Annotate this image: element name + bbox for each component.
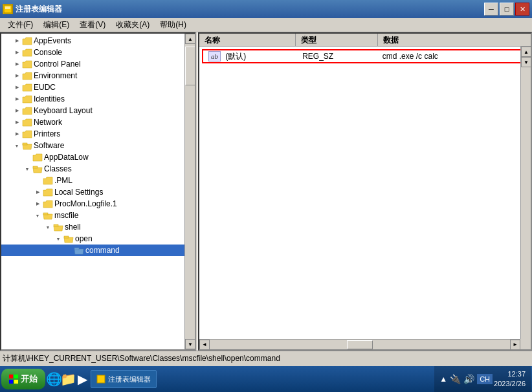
menu-favorites[interactable]: 收藏夹(A) <box>111 18 155 32</box>
language-indicator[interactable]: CH <box>477 374 493 384</box>
tray-icons: ▲ 🔌 🔊 CH <box>439 374 493 384</box>
detail-scrollbar-vertical[interactable]: ▲ ▼ <box>520 47 531 339</box>
tree-label-shell: shell <box>65 223 81 232</box>
tree-item-shell[interactable]: shell <box>1 221 184 233</box>
tray-audio-icon[interactable]: 🔊 <box>463 374 474 384</box>
tray-network-icon[interactable]: 🔌 <box>450 374 461 384</box>
tree-item-classes[interactable]: Classes <box>1 163 184 175</box>
folder-icon-environment <box>22 71 32 80</box>
windows-logo-icon <box>9 375 18 384</box>
start-button[interactable]: 开始 <box>1 369 45 389</box>
tree-label-environment: Environment <box>34 71 77 80</box>
tree-item-eudc[interactable]: EUDC <box>1 82 184 93</box>
entry-type-cell: REG_SZ <box>297 50 377 62</box>
expander-environment <box>12 71 22 81</box>
folder-icon-identities <box>22 94 32 103</box>
taskbar-ie-icon[interactable]: 🌐 <box>48 373 60 385</box>
folder-icon-printers <box>22 129 32 138</box>
folder-icon-appdatalow <box>32 153 43 162</box>
menu-help[interactable]: 帮助(H) <box>155 18 192 32</box>
detail-panel: 名称 类型 数据 ab (默认) REG_SZ cmd .exe /c calc… <box>198 32 532 351</box>
tree-scroll-thumb[interactable] <box>185 47 195 85</box>
folder-icon-network <box>22 118 32 127</box>
tree-label-software: Software <box>34 141 64 150</box>
tree-item-procmon[interactable]: ProcMon.Logfile.1 <box>1 198 184 210</box>
registry-entry-row[interactable]: ab (默认) REG_SZ cmd .exe /c calc <box>202 49 528 63</box>
svg-rect-24 <box>64 236 69 238</box>
tree-item-command[interactable]: command <box>1 245 184 256</box>
maximize-button[interactable]: □ <box>500 3 514 16</box>
expander-appevents <box>12 36 22 46</box>
tree-item-keyboardlayout[interactable]: Keyboard Layout <box>1 105 184 116</box>
tree-item-console[interactable]: Console <box>1 47 184 58</box>
folder-icon-procmon <box>43 199 53 208</box>
tree-label-eudc: EUDC <box>34 83 56 92</box>
tree-item-environment[interactable]: Environment <box>1 70 184 82</box>
expander-eudc <box>12 82 22 93</box>
tree-label-mscfile: mscfile <box>54 211 78 220</box>
col-header-type: 类型 <box>296 34 378 46</box>
tree-item-network[interactable]: Network <box>1 116 184 128</box>
expander-identities <box>12 94 22 104</box>
tree-label-appdatalow: AppDataLow <box>44 153 89 162</box>
status-bar: 计算机\HKEY_CURRENT_USER\Software\Classes\m… <box>0 351 532 366</box>
taskbar-mediaplayer-icon[interactable]: ▶ <box>76 373 88 385</box>
expander-classes <box>22 164 32 174</box>
menu-edit[interactable]: 编辑(E) <box>38 18 74 32</box>
minimize-button[interactable]: ─ <box>484 3 498 16</box>
folder-icon-localsettings <box>43 188 53 197</box>
tree-scroll-up[interactable]: ▲ <box>185 34 195 44</box>
taskbar-regedit-app[interactable]: 注册表编辑器 <box>91 370 157 388</box>
tree-item-software[interactable]: Software <box>1 140 184 151</box>
svg-rect-29 <box>9 380 13 384</box>
svg-marker-7 <box>23 96 32 103</box>
entry-name: (默认) <box>225 52 246 61</box>
scroll-down-btn[interactable]: ▼ <box>521 57 531 67</box>
svg-rect-1 <box>5 6 10 9</box>
status-text: 计算机\HKEY_CURRENT_USER\Software\Classes\m… <box>3 353 280 364</box>
tree-item-mscfile[interactable]: mscfile <box>1 210 184 221</box>
scroll-right-btn[interactable]: ► <box>510 340 520 350</box>
tree-item-localsettings[interactable]: Local Settings <box>1 186 184 198</box>
tree-label-procmon: ProcMon.Logfile.1 <box>54 199 117 208</box>
tree-item-printers[interactable]: Printers <box>1 128 184 140</box>
tree-item-appevents[interactable]: AppEvents <box>1 35 184 47</box>
svg-rect-20 <box>43 213 48 215</box>
expander-software <box>12 140 22 151</box>
main-content: AppEvents Console Control Panel <box>0 32 532 351</box>
svg-marker-6 <box>23 84 32 91</box>
close-button[interactable]: ✕ <box>515 3 529 16</box>
taskbar-date: 2023/2/26 <box>494 379 526 389</box>
tree-scroll-down[interactable]: ▼ <box>185 339 195 349</box>
title-controls: ─ □ ✕ <box>484 3 529 16</box>
tree-item-pml[interactable]: .PML <box>1 175 184 186</box>
title-bar: 注册表编辑器 ─ □ ✕ <box>0 0 532 18</box>
tree-item-appdatalow[interactable]: AppDataLow <box>1 151 184 163</box>
menu-view[interactable]: 查看(V) <box>74 18 111 32</box>
scroll-left-btn[interactable]: ◄ <box>199 340 210 350</box>
scroll-thumb-h[interactable] <box>347 340 373 349</box>
tree-item-open[interactable]: open <box>1 233 184 245</box>
scroll-up-btn[interactable]: ▲ <box>521 47 531 57</box>
svg-marker-18 <box>43 201 52 208</box>
start-label: 开始 <box>21 373 38 385</box>
folder-icon-console <box>22 48 32 57</box>
folder-icon-pml <box>43 176 53 185</box>
detail-scrollbar-horizontal[interactable]: ◄ ► <box>199 339 520 349</box>
svg-marker-2 <box>23 38 32 45</box>
title-bar-left: 注册表编辑器 <box>3 4 62 15</box>
menu-file[interactable]: 文件(F) <box>3 18 38 32</box>
ab-type-icon: ab <box>208 51 221 61</box>
svg-marker-16 <box>43 177 52 184</box>
taskbar-time: 12:37 <box>494 369 526 379</box>
svg-marker-5 <box>23 72 32 80</box>
tree-scrollbar[interactable]: ▲ ▼ <box>184 34 195 349</box>
tree-item-identities[interactable]: Identities <box>1 93 184 105</box>
menu-bar: 文件(F) 编辑(E) 查看(V) 收藏夹(A) 帮助(H) <box>0 18 532 32</box>
taskbar-explorer-icon[interactable]: 📁 <box>62 373 74 385</box>
svg-rect-26 <box>74 248 79 250</box>
tree-label-printers: Printers <box>34 129 60 138</box>
tree-item-controlpanel[interactable]: Control Panel <box>1 58 184 70</box>
taskbar-time-date[interactable]: 12:37 2023/2/26 <box>494 369 526 389</box>
folder-icon-shell <box>53 223 63 232</box>
